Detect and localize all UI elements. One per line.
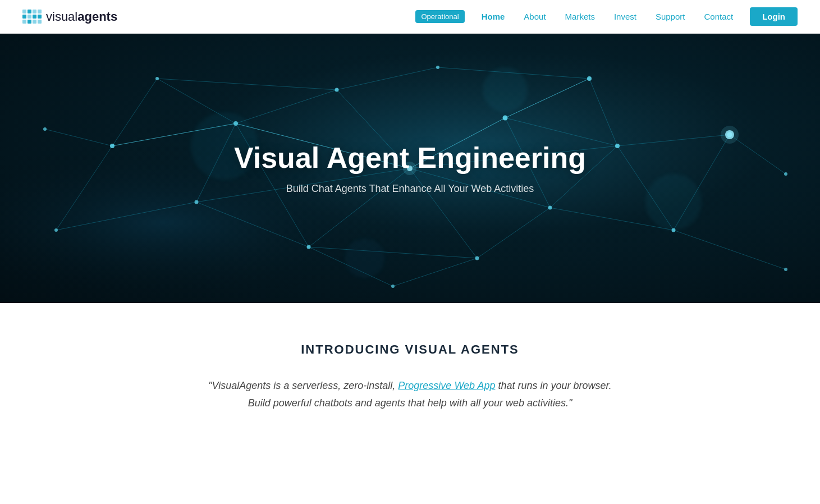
intro-pwa-link[interactable]: Progressive Web App: [398, 380, 495, 391]
svg-point-60: [436, 66, 439, 69]
intro-section: INTRODUCING VISUAL AGENTS "VisualAgents …: [186, 303, 635, 445]
logo[interactable]: visualagents: [22, 10, 117, 24]
hero-content: Visual Agent Engineering Build Chat Agen…: [234, 142, 586, 195]
hero-section: Visual Agent Engineering Build Chat Agen…: [0, 34, 820, 303]
logo-bold: agents: [77, 10, 117, 24]
nav-item-home[interactable]: Home: [474, 8, 513, 25]
nav-right: Operational Home About Markets Invest Su…: [415, 7, 798, 26]
svg-point-51: [475, 256, 479, 260]
svg-point-62: [784, 268, 787, 271]
svg-point-55: [587, 76, 592, 81]
svg-point-58: [784, 172, 787, 176]
svg-point-65: [483, 67, 528, 112]
svg-point-52: [110, 144, 114, 148]
svg-point-53: [54, 228, 58, 232]
svg-point-64: [721, 126, 739, 144]
nav-item-contact[interactable]: Contact: [696, 8, 741, 25]
svg-point-49: [335, 88, 339, 92]
nav-item-markets[interactable]: Markets: [557, 8, 603, 25]
svg-point-46: [503, 116, 508, 121]
svg-point-68: [345, 239, 384, 278]
intro-quote: "VisualAgents is a serverless, zero-inst…: [208, 377, 612, 411]
intro-wrapper: INTRODUCING VISUAL AGENTS "VisualAgents …: [0, 303, 820, 445]
svg-point-61: [43, 127, 47, 131]
intro-quote-before: "VisualAgents is a serverless, zero-inst…: [208, 380, 398, 391]
navbar: visualagents Operational Home About Mark…: [0, 0, 820, 34]
hero-subtitle: Build Chat Agents That Enhance All Your …: [234, 183, 586, 195]
svg-point-48: [615, 144, 620, 148]
logo-text: visualagents: [46, 10, 117, 24]
svg-point-47: [548, 206, 552, 210]
svg-point-50: [195, 200, 199, 204]
svg-point-54: [155, 77, 159, 80]
login-button[interactable]: Login: [750, 7, 798, 26]
intro-heading: INTRODUCING VISUAL AGENTS: [208, 342, 612, 357]
logo-grid-icon: [22, 10, 42, 24]
svg-point-45: [307, 245, 311, 249]
hero-title: Visual Agent Engineering: [234, 142, 586, 174]
nav-item-about[interactable]: About: [516, 8, 553, 25]
nav-item-support[interactable]: Support: [648, 8, 693, 25]
logo-regular: visual: [46, 10, 77, 24]
svg-point-67: [645, 174, 702, 230]
nav-item-invest[interactable]: Invest: [606, 8, 644, 25]
status-badge: Operational: [415, 10, 464, 23]
svg-point-59: [391, 285, 395, 288]
